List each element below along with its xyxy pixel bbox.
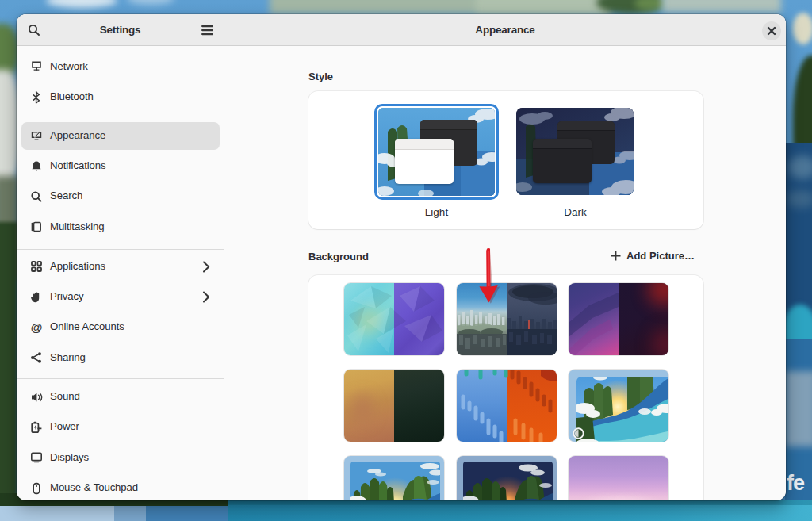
svg-text:@: @ [31, 321, 43, 334]
